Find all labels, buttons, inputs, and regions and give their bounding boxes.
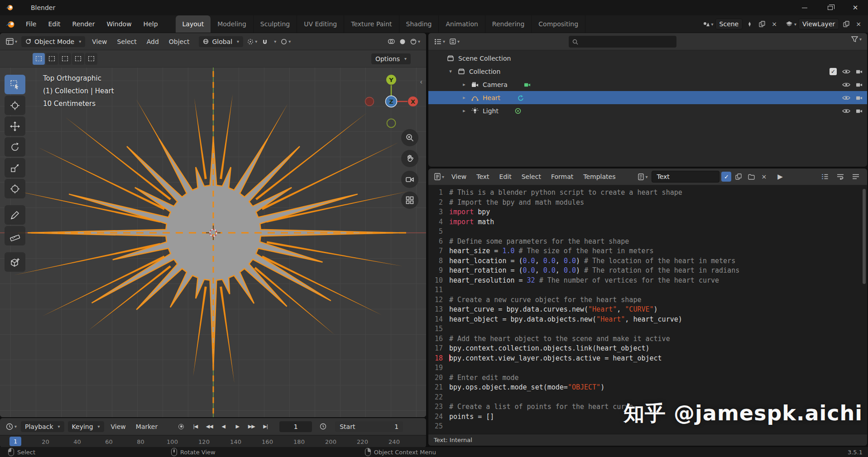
disable-in-renders-icon[interactable] <box>856 108 863 114</box>
jump-to-start-button[interactable]: |◀ <box>188 421 202 433</box>
select-mode-extend-button[interactable] <box>46 53 58 65</box>
texteditor-menu-select[interactable]: Select <box>517 168 546 185</box>
remove-view-layer-icon[interactable]: × <box>854 20 863 28</box>
snap-target-dropdown[interactable]: ▾ <box>270 39 278 44</box>
pan-button[interactable] <box>401 150 418 167</box>
timeline-ruler[interactable]: 20406080100120140160180200220240 1 <box>0 435 426 447</box>
new-scene-icon[interactable] <box>757 21 767 27</box>
toggle-ortho-button[interactable] <box>401 192 418 209</box>
close-button[interactable]: ✕ <box>843 0 868 15</box>
outliner-search-input[interactable] <box>569 36 676 48</box>
texteditor-menu-view[interactable]: View <box>446 168 471 185</box>
shading-material-icon[interactable]: ▾ <box>408 38 422 45</box>
outliner-row-heart[interactable]: ▸Heart <box>428 91 867 104</box>
keying-dropdown[interactable]: Keying▾ <box>68 421 104 432</box>
outliner-row-collection[interactable]: ▾Collection✓ <box>428 65 867 78</box>
syntax-highlight-toggle[interactable] <box>850 173 862 180</box>
hide-in-viewport-icon[interactable] <box>842 108 850 114</box>
browse-text-icon[interactable]: ▾ <box>636 173 650 180</box>
playhead[interactable]: 1 <box>10 437 21 446</box>
jump-to-end-button[interactable]: ▶| <box>259 421 272 433</box>
menu-window[interactable]: Window <box>101 15 137 33</box>
viewport-canvas[interactable]: Top Orthographic (1) Collection | Heart … <box>0 67 426 417</box>
editor-type-outliner-icon[interactable]: ▾ <box>432 38 447 45</box>
code-area[interactable]: 1# This is a blender python script to cr… <box>428 185 867 434</box>
code-line[interactable]: 8heart_location = (0.0, 0.0, 0.0) # The … <box>428 256 867 266</box>
workspace-tab-rendering[interactable]: Rendering <box>485 15 532 33</box>
code-line[interactable]: 16# Add the heart object to the scene an… <box>428 334 867 344</box>
viewport-menu-view[interactable]: View <box>87 33 112 50</box>
tool-annotate[interactable] <box>5 205 25 225</box>
workspace-tab-layout[interactable]: Layout <box>176 15 211 33</box>
code-line[interactable]: 17bpy.context.collection.objects.link(he… <box>428 344 867 354</box>
select-mode-subtract-button[interactable] <box>59 53 71 65</box>
outliner-row-camera[interactable]: ▸Camera <box>428 78 867 91</box>
editor-type-text-icon[interactable]: ▾ <box>432 173 446 180</box>
menu-render[interactable]: Render <box>67 15 101 33</box>
scene-selector[interactable]: Scene <box>715 19 743 29</box>
code-line[interactable]: 4import math <box>428 217 867 227</box>
code-line[interactable]: 12# Create a new curve object for the he… <box>428 295 867 305</box>
texteditor-menu-text[interactable]: Text <box>471 168 494 185</box>
code-line[interactable]: 3import bpy <box>428 207 867 217</box>
code-line[interactable]: 19 <box>428 363 867 373</box>
workspace-tab-compositing[interactable]: Compositing <box>532 15 585 33</box>
zoom-button[interactable] <box>401 129 418 146</box>
code-line[interactable]: 1# This is a blender python script to cr… <box>428 188 867 198</box>
tool-add-cube[interactable] <box>5 252 25 272</box>
view-layer-selector[interactable]: ViewLayer <box>798 19 839 29</box>
code-line[interactable]: 11 <box>428 285 867 295</box>
workspace-tab-sculpting[interactable]: Sculpting <box>254 15 297 33</box>
outliner-row-scene-collection[interactable]: Scene Collection <box>428 52 867 65</box>
tool-measure[interactable] <box>5 226 25 245</box>
code-line[interactable]: 7heart_size = 1.0 # The size of the hear… <box>428 246 867 256</box>
playback-dropdown[interactable]: Playback▾ <box>21 421 64 432</box>
editor-type-timeline-icon[interactable]: ▾ <box>4 423 19 430</box>
tool-scale[interactable] <box>5 158 25 178</box>
disclosure-triangle-icon[interactable]: ▸ <box>458 95 470 101</box>
workspace-tab-animation[interactable]: Animation <box>439 15 485 33</box>
proportional-editing-icon[interactable]: ▾ <box>278 38 293 45</box>
disable-in-renders-icon[interactable] <box>856 95 863 101</box>
camera-view-button[interactable] <box>401 171 418 188</box>
browse-scene-icon[interactable]: ▾ <box>703 21 714 27</box>
workspace-tab-uv-editing[interactable]: UV Editing <box>297 15 344 33</box>
code-line[interactable]: 15 <box>428 324 867 334</box>
prev-keyframe-button[interactable]: ◀◀ <box>202 421 216 433</box>
code-line[interactable]: 9heart_rotation = (0.0, 0.0, 0.0) # The … <box>428 266 867 276</box>
code-line[interactable]: 18bpy.context.view_layer.objects.active … <box>428 354 867 364</box>
select-mode-new-button[interactable] <box>33 53 45 65</box>
exclude-checkbox[interactable]: ✓ <box>830 68 837 75</box>
texteditor-menu-edit[interactable]: Edit <box>494 168 517 185</box>
workspace-tab-modeling[interactable]: Modeling <box>211 15 254 33</box>
current-frame-field[interactable]: 1 <box>279 421 312 432</box>
use-preview-range-icon[interactable] <box>317 423 329 430</box>
region-collapse-arrow[interactable]: ‹ <box>420 77 422 86</box>
disable-in-renders-icon[interactable] <box>856 68 863 74</box>
orientation-dropdown[interactable]: Global▾ <box>199 36 243 47</box>
timeline-menu-marker[interactable]: Marker <box>131 418 163 435</box>
menu-file[interactable]: File <box>20 15 42 33</box>
unlink-scene-icon[interactable]: × <box>769 20 779 28</box>
tool-cursor[interactable] <box>5 96 25 115</box>
hide-in-viewport-icon[interactable] <box>842 69 850 74</box>
disclosure-triangle-icon[interactable]: ▸ <box>458 108 470 114</box>
gizmo-x-neg-axis[interactable] <box>365 97 374 106</box>
disclosure-triangle-icon[interactable]: ▾ <box>445 68 456 74</box>
code-line[interactable]: 13heart_curve = bpy.data.curves.new("Hea… <box>428 305 867 315</box>
mode-dropdown[interactable]: Object Mode▾ <box>21 36 85 47</box>
texteditor-menu-format[interactable]: Format <box>546 168 578 185</box>
tool-transform[interactable] <box>5 179 25 198</box>
blender-menu-button[interactable] <box>0 15 20 33</box>
toggle-xray-icon[interactable] <box>385 38 397 44</box>
select-mode-intersect-button[interactable] <box>85 53 97 65</box>
display-mode-dropdown[interactable]: ▾ <box>447 38 462 44</box>
restore-button[interactable] <box>817 0 843 15</box>
texteditor-menu-templates[interactable]: Templates <box>578 168 620 185</box>
tool-rotate[interactable] <box>5 137 25 157</box>
hide-in-viewport-icon[interactable] <box>842 95 850 101</box>
new-view-layer-icon[interactable] <box>841 21 852 27</box>
new-text-icon[interactable] <box>733 173 744 180</box>
word-wrap-toggle[interactable] <box>834 173 846 180</box>
code-line[interactable]: 2# Import the bpy and math modules <box>428 198 867 208</box>
